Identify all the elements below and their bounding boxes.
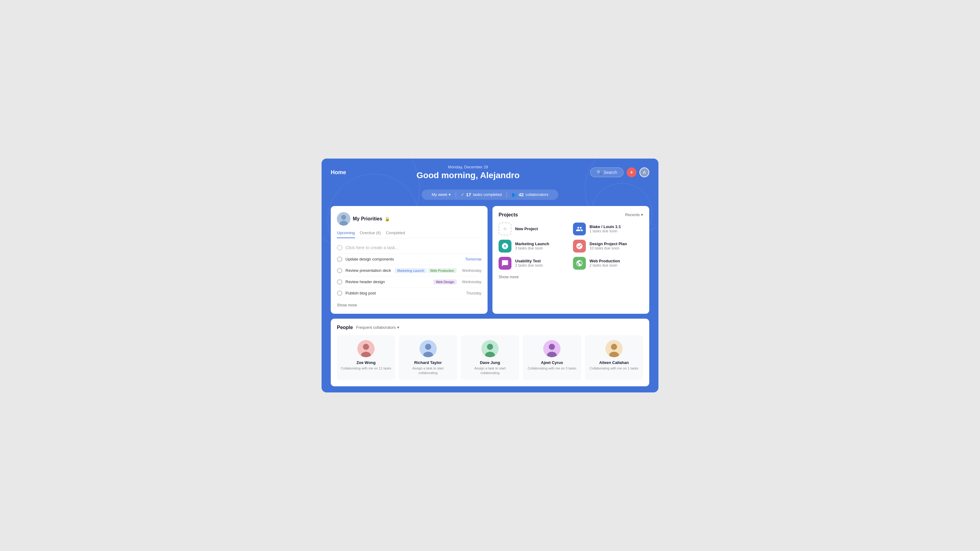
people-header: People Frequent collaborators ▾ bbox=[337, 325, 643, 330]
project-item-design[interactable]: Design Project Plan 10 tasks due soon bbox=[573, 240, 643, 252]
priorities-avatar bbox=[337, 212, 350, 225]
person-name-ajeet: Ajeet Cyrus bbox=[527, 360, 577, 365]
create-task-label: Click here to create a task... bbox=[345, 245, 399, 250]
project-name-web: Web Production bbox=[590, 259, 620, 263]
new-project-icon: + bbox=[499, 222, 511, 235]
person-card-ajeet[interactable]: Ajeet Cyrus Collaborating with me on 3 t… bbox=[523, 335, 581, 381]
project-info-marketing: Marketing Launch 3 tasks due soon bbox=[515, 241, 549, 250]
tasks-completed-number: 17 bbox=[466, 192, 471, 197]
project-info-usability: Usability Test 2 tasks due soon bbox=[515, 259, 543, 268]
collaborators-filter[interactable]: Frequent collaborators ▾ bbox=[356, 325, 399, 330]
collaborators-label: collaborators bbox=[525, 192, 548, 197]
svg-point-5 bbox=[338, 280, 342, 283]
project-name-design: Design Project Plan bbox=[590, 241, 627, 246]
avatar-richard bbox=[420, 340, 437, 357]
projects-card: Projects Recents ▾ + New Project bbox=[492, 206, 649, 314]
task-check-2 bbox=[337, 268, 342, 273]
search-icon: 🔍 bbox=[597, 170, 602, 175]
create-task-icon: ○ bbox=[337, 245, 342, 250]
task-date-1: Tomorrow bbox=[465, 257, 481, 261]
recents-selector[interactable]: Recents ▾ bbox=[625, 213, 643, 217]
task-item-4[interactable]: Publish blog post Thursday bbox=[337, 288, 481, 299]
svg-point-8 bbox=[363, 344, 369, 350]
person-name-dave: Dave Jung bbox=[465, 360, 515, 365]
svg-point-3 bbox=[338, 257, 342, 261]
lock-icon: 🔒 bbox=[385, 216, 390, 221]
tab-upcoming[interactable]: Upcoming bbox=[337, 230, 355, 238]
task-item-1[interactable]: Update design components Tomorrow bbox=[337, 254, 481, 265]
week-label: My week bbox=[431, 192, 447, 197]
avatar-initials: A bbox=[643, 170, 646, 175]
project-item-marketing[interactable]: Marketing Launch 3 tasks due soon bbox=[499, 240, 569, 252]
recents-caret-icon: ▾ bbox=[641, 213, 643, 217]
project-icon-blake bbox=[573, 222, 586, 235]
priorities-show-more[interactable]: Show more bbox=[337, 303, 357, 307]
project-item-usability[interactable]: Usability Test 2 tasks due soon bbox=[499, 257, 569, 270]
person-desc-dave: Assign a task to start collaborating bbox=[465, 366, 515, 376]
task-check-1 bbox=[337, 257, 342, 262]
projects-show-more[interactable]: Show more bbox=[499, 275, 519, 279]
project-tasks-blake: 1 tasks due soon bbox=[590, 229, 621, 233]
task-name-4: Publish blog post bbox=[345, 291, 461, 295]
project-name-usability: Usability Test bbox=[515, 259, 543, 263]
task-item-3[interactable]: Review header design Web Design Wednesda… bbox=[337, 276, 481, 288]
tag-marketing-launch: Marketing Launch bbox=[395, 268, 426, 273]
task-item-2[interactable]: Review presentation deck Marketing Launc… bbox=[337, 265, 481, 276]
project-name-blake: Blake / Louis 1:1 bbox=[590, 224, 621, 229]
checkmark-icon: ✓ bbox=[461, 192, 464, 197]
priorities-card: My Priorities 🔒 Upcoming Overdue (6) Com… bbox=[331, 206, 488, 314]
project-info-blake: Blake / Louis 1:1 1 tasks due soon bbox=[590, 224, 621, 233]
person-card-richard[interactable]: Richard Taylor Assign a task to start co… bbox=[399, 335, 457, 381]
task-tags-3: Web Design bbox=[433, 279, 457, 284]
svg-point-14 bbox=[487, 344, 493, 350]
header: Home Monday, December 29 Good morning, A… bbox=[321, 159, 659, 180]
person-card-zoe[interactable]: Zoe Wong Collaborating with me on 11 tas… bbox=[337, 335, 395, 381]
priorities-tabs: Upcoming Overdue (6) Completed bbox=[337, 230, 481, 238]
header-actions: 🔍 Search + A bbox=[590, 167, 649, 177]
avatar-zoe bbox=[357, 340, 375, 357]
add-button[interactable]: + bbox=[627, 167, 636, 177]
people-grid: Zoe Wong Collaborating with me on 11 tas… bbox=[337, 335, 643, 381]
avatar-svg bbox=[337, 212, 350, 225]
person-desc-aileen: Collaborating with me on 1 tasks bbox=[589, 366, 640, 371]
project-tasks-usability: 2 tasks due soon bbox=[515, 263, 543, 268]
project-icon-usability bbox=[499, 257, 511, 270]
search-button[interactable]: 🔍 Search bbox=[590, 167, 624, 177]
person-name-richard: Richard Taylor bbox=[402, 360, 453, 365]
user-avatar[interactable]: A bbox=[640, 167, 649, 177]
project-info-web: Web Production 2 tasks due soon bbox=[590, 259, 620, 268]
people-title: People bbox=[337, 325, 353, 330]
header-greeting: Good morning, Alejandro bbox=[417, 170, 520, 180]
task-date-3: Wednesday bbox=[462, 280, 481, 284]
person-desc-richard: Assign a task to start collaborating bbox=[402, 366, 453, 376]
create-task[interactable]: ○ Click here to create a task... bbox=[337, 242, 481, 254]
projects-grid: + New Project Blake / Louis 1:1 1 tasks … bbox=[499, 222, 643, 270]
project-icon-marketing bbox=[499, 240, 511, 252]
project-item-web[interactable]: Web Production 2 tasks due soon bbox=[573, 257, 643, 270]
avatar-aileen bbox=[605, 340, 623, 357]
project-item-blake[interactable]: Blake / Louis 1:1 1 tasks due soon bbox=[573, 222, 643, 235]
week-selector[interactable]: My week ▾ bbox=[426, 192, 455, 197]
task-name-3: Review header design bbox=[345, 279, 430, 284]
person-name-aileen: Aileen Callahan bbox=[589, 360, 640, 365]
collab-caret-icon: ▾ bbox=[397, 325, 399, 330]
task-name-2: Review presentation deck bbox=[345, 268, 392, 273]
avatar-ajeet bbox=[543, 340, 560, 357]
tag-web-design: Web Design bbox=[433, 279, 457, 284]
person-card-aileen[interactable]: Aileen Callahan Collaborating with me on… bbox=[585, 335, 643, 381]
person-card-dave[interactable]: Dave Jung Assign a task to start collabo… bbox=[461, 335, 519, 381]
person-desc-zoe: Collaborating with me on 11 tasks bbox=[340, 366, 391, 371]
new-project-item[interactable]: + New Project bbox=[499, 222, 569, 235]
tab-overdue[interactable]: Overdue (6) bbox=[360, 230, 381, 238]
collaborators-number: 42 bbox=[519, 192, 524, 197]
search-label: Search bbox=[604, 170, 617, 175]
projects-header: Projects Recents ▾ bbox=[499, 212, 643, 218]
svg-point-11 bbox=[425, 344, 431, 350]
project-icon-design bbox=[573, 240, 586, 252]
header-date: Monday, December 29 bbox=[417, 165, 520, 169]
task-check-4 bbox=[337, 291, 342, 296]
tag-web-production: Web Production bbox=[428, 268, 457, 273]
page-title: Home bbox=[331, 169, 346, 176]
content-grid: My Priorities 🔒 Upcoming Overdue (6) Com… bbox=[331, 206, 649, 314]
tab-completed[interactable]: Completed bbox=[386, 230, 405, 238]
